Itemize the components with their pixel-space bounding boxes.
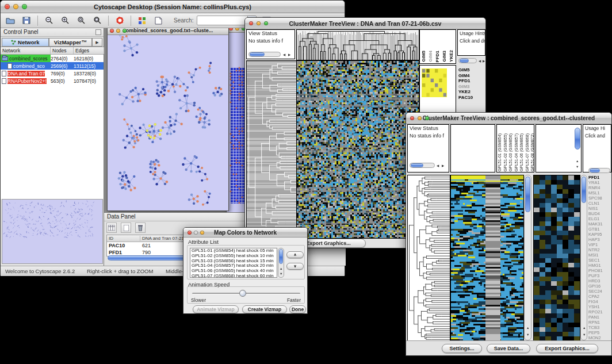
tv1-usage-scrollbar[interactable] — [458, 58, 477, 63]
tv2-gene-label[interactable]: PAN1 — [588, 315, 611, 320]
tv1-col-label[interactable]: YKE2 — [449, 50, 454, 62]
tv2-gene-label[interactable]: RPN1 — [588, 320, 611, 325]
tv2-gene-label[interactable]: MAK31 — [588, 221, 611, 227]
close-button[interactable] — [188, 231, 192, 235]
minimize-button[interactable] — [257, 21, 261, 25]
close-button[interactable] — [249, 21, 253, 25]
scroll-left-icon[interactable]: ◀ — [437, 164, 439, 167]
tv2-column-dendrogram-area[interactable] — [450, 124, 495, 173]
move-down-button[interactable]: ∨ — [286, 263, 304, 270]
scroll-right-icon[interactable]: ▶ — [442, 164, 444, 167]
network-row[interactable]: DNA and Tran 07769(0)183728(0) — [1, 70, 104, 77]
tv2-gene-label[interactable]: PHO81 — [588, 268, 611, 273]
tv2-gene-label[interactable]: MSI1 — [588, 252, 611, 258]
scroll-up-icon[interactable]: ▲ — [280, 267, 282, 270]
settings-button[interactable]: Settings... — [442, 344, 482, 353]
tv2-gene-label[interactable]: YSH1 — [588, 304, 611, 309]
tv2-col-label[interactable]: GPL51-02 (GSM855) — [503, 133, 508, 171]
zoom-button[interactable] — [425, 116, 429, 120]
zoom-in-icon[interactable] — [59, 15, 71, 26]
col-id[interactable]: ID — [107, 236, 140, 241]
tv1-row-label[interactable]: GIM3 — [458, 84, 485, 90]
scroll-down-icon[interactable]: ▼ — [526, 333, 529, 336]
open-file-icon[interactable] — [4, 15, 17, 26]
close-button[interactable] — [5, 4, 10, 9]
scroll-down-icon[interactable]: ▼ — [583, 333, 586, 336]
speed-slider-track[interactable] — [192, 293, 300, 294]
zoom-selected-icon[interactable] — [75, 15, 87, 26]
create-vizmap-button[interactable]: Create Vizmap — [242, 305, 287, 313]
close-button[interactable] — [229, 28, 233, 30]
speed-slider-thumb[interactable] — [239, 290, 246, 297]
annotation-icon[interactable] — [152, 15, 165, 26]
tv2-genelist-vscrollbar[interactable]: ▲ ▼ — [580, 175, 587, 340]
treeview2-titlebar[interactable]: ClusterMaker TreeView : combined_scores_… — [406, 113, 611, 124]
network-row[interactable]: RNAPuberNov2+!563(0)107847(0) — [1, 77, 104, 85]
tv1-col-label[interactable]: GIM3 — [442, 51, 447, 62]
zoom-button[interactable] — [264, 21, 268, 25]
tv2-gene-label[interactable]: SPC98 — [588, 196, 611, 201]
tv1-row-label[interactable]: PFD1 — [458, 78, 485, 84]
network-row[interactable]: combined_scores2764(0)16218(0) — [1, 55, 104, 62]
tv1-row-label[interactable]: GIM5 — [458, 67, 485, 73]
tv1-row-label[interactable]: GIM4 — [458, 73, 485, 79]
scroll-up-icon[interactable]: ▲ — [526, 326, 529, 329]
tv2-gene-label[interactable]: HAP3 — [588, 237, 611, 242]
tv2-gene-label[interactable]: HRD3 — [588, 278, 611, 283]
zoom-button[interactable] — [22, 4, 27, 9]
tv1-status-scrollbar[interactable] — [248, 52, 281, 57]
network-row[interactable]: combined_sco2569(6)13112(15) — [1, 62, 104, 70]
treeview1-titlebar[interactable]: ClusterMaker TreeView : DNA and Tran 07-… — [245, 18, 485, 29]
help-lifering-icon[interactable] — [113, 15, 126, 26]
scrollbar-thumb[interactable] — [460, 59, 469, 63]
tv2-gene-label[interactable]: PFD1 — [588, 175, 611, 180]
scrollbar-thumb[interactable] — [250, 52, 265, 56]
export-graphics-button[interactable]: Export Graphics... — [536, 344, 598, 353]
tv2-heatmap-vscrollbar[interactable]: ▲ ▼ — [524, 175, 531, 340]
tv2-gene-label[interactable]: TCB3 — [588, 325, 611, 330]
minimize-button[interactable] — [235, 28, 239, 30]
tab-overflow-arrow[interactable]: ▶ — [92, 38, 102, 47]
tv2-status-scrollbar[interactable] — [410, 163, 435, 168]
scroll-left-icon[interactable]: ◀ — [479, 59, 481, 63]
scroll-up-icon[interactable]: ▲ — [583, 326, 586, 329]
tv1-row-label[interactable]: YKE2 — [458, 89, 485, 95]
tv2-heatmap[interactable] — [450, 175, 524, 342]
tv2-col-label[interactable]: GPL51-06 (GSM865) — [519, 133, 525, 171]
scrollbar-thumb[interactable] — [582, 177, 586, 203]
col-nodes[interactable]: Nodes — [51, 47, 74, 54]
tv2-gene-label[interactable]: FIG4 — [588, 299, 611, 304]
tv2-gene-label[interactable]: PEP5 — [588, 330, 611, 335]
tv1-col-label[interactable]: PFD1 — [435, 51, 441, 62]
tv2-col-label[interactable]: GPL51-04 (GSM857) — [514, 133, 519, 171]
scrollbar-thumb[interactable] — [279, 249, 283, 264]
tab-vizmapper[interactable]: VizMapper™ — [49, 38, 92, 47]
tv2-gene-label[interactable]: ELG1 — [588, 216, 611, 221]
tv2-gene-label[interactable]: SEC24 — [588, 289, 611, 294]
tv2-gene-label[interactable]: SEC1 — [588, 258, 611, 263]
col-edges[interactable]: Edges — [74, 47, 104, 54]
tv1-col-label[interactable]: GIM4 — [428, 51, 434, 62]
scroll-down-icon[interactable]: ▼ — [280, 272, 282, 275]
scroll-left-icon[interactable]: ◀ — [283, 53, 285, 56]
col-network[interactable]: Network — [1, 47, 51, 54]
tab-network[interactable]: Network — [2, 38, 49, 47]
tv2-gene-label[interactable]: HMG1 — [588, 263, 611, 268]
zoom-button[interactable] — [200, 231, 204, 235]
dialog-titlebar[interactable]: Map Colors to Network — [183, 228, 307, 237]
scroll-up-icon[interactable]: ▲ — [576, 159, 579, 163]
network-window-titlebar[interactable]: combined_scores_good.txt--cluste... — [108, 28, 228, 35]
tv2-gene-label[interactable]: NIS1 — [588, 206, 611, 211]
zoom-out-icon[interactable] — [43, 15, 55, 26]
float-panel-icon[interactable] — [95, 29, 101, 35]
tv2-gene-label[interactable]: KAP95 — [588, 232, 611, 237]
close-button[interactable] — [110, 29, 114, 33]
tv2-gene-label[interactable]: YRA1 — [588, 180, 611, 185]
tv2-gene-label[interactable]: RPO21 — [588, 309, 611, 315]
tv1-row-label[interactable]: PAC10 — [458, 95, 485, 101]
tv2-col-label[interactable]: GPL51-08 (GSM872) — [530, 133, 534, 171]
scrollbar-thumb[interactable] — [590, 168, 600, 173]
attribute-item[interactable]: GPL51-07 (GSM868) heat shock 60 min — [190, 274, 277, 278]
scrollbar-thumb[interactable] — [525, 177, 530, 212]
tv2-gene-label[interactable]: CLN1 — [588, 201, 611, 206]
